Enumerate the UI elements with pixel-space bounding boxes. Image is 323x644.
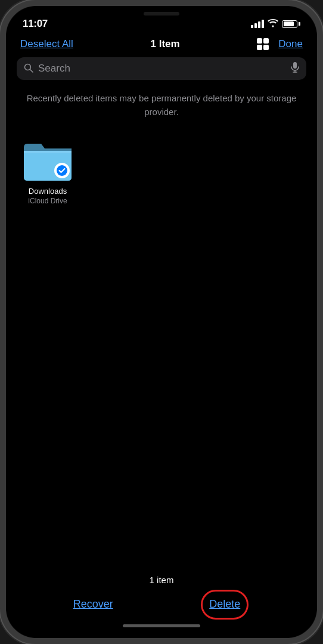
file-item[interactable]: Downloads iCloud Drive <box>18 137 77 205</box>
done-button[interactable]: Done <box>278 38 303 50</box>
search-icon <box>24 63 33 75</box>
home-indicator <box>6 618 317 638</box>
nav-title: 1 Item <box>151 38 180 50</box>
screen: 11:07 <box>6 6 317 638</box>
mic-icon <box>291 62 299 75</box>
wifi-icon <box>268 19 278 29</box>
battery-icon <box>282 20 300 28</box>
file-name: Downloads <box>29 187 67 196</box>
nav-bar: Deselect All 1 Item Done <box>6 36 317 55</box>
bottom-bar: 1 item Recover Delete <box>6 568 317 618</box>
status-time: 11:07 <box>23 18 48 30</box>
deselect-all-button[interactable]: Deselect All <box>20 38 73 50</box>
info-message: Recently deleted items may be permanentl… <box>6 87 317 131</box>
check-icon <box>54 163 70 178</box>
file-subtitle: iCloud Drive <box>28 197 67 205</box>
notch <box>114 6 209 24</box>
bottom-actions: Recover Delete <box>6 591 317 618</box>
svg-line-1 <box>30 69 33 72</box>
file-area: Downloads iCloud Drive <box>6 131 317 568</box>
signal-icon <box>251 20 264 28</box>
phone-frame: 11:07 <box>0 0 323 644</box>
recover-button[interactable]: Recover <box>73 598 113 611</box>
item-count: 1 item <box>150 575 174 585</box>
status-icons <box>251 19 300 29</box>
nav-right: Done <box>257 38 303 50</box>
grid-view-icon[interactable] <box>257 38 269 50</box>
speaker <box>144 12 179 16</box>
delete-wrapper: Delete <box>200 593 250 615</box>
svg-point-5 <box>57 165 67 176</box>
home-bar <box>123 624 200 627</box>
search-input[interactable]: Search <box>38 63 286 75</box>
folder-icon <box>21 137 74 183</box>
delete-button[interactable]: Delete <box>200 593 250 615</box>
svg-rect-2 <box>293 62 297 69</box>
search-bar[interactable]: Search <box>17 57 306 80</box>
